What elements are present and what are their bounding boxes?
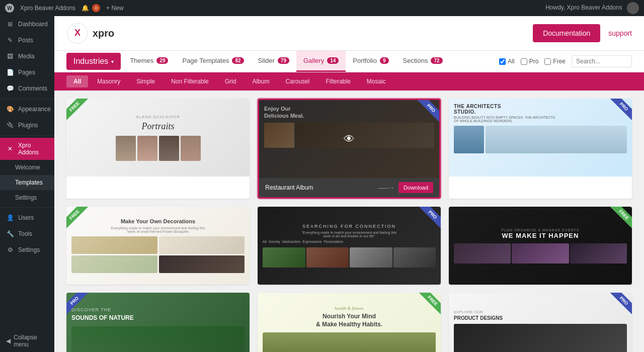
tab-slider[interactable]: Slider 79 bbox=[251, 51, 296, 72]
eye-icon-product: 👁 bbox=[535, 325, 546, 338]
sidebar-item-users[interactable]: 👤 Users bbox=[0, 210, 54, 226]
sidebar-item-dashboard[interactable]: ⊞ Dashboard bbox=[0, 16, 54, 32]
tab-sections-badge: 72 bbox=[431, 57, 442, 64]
eye-icon-connection: 👁 bbox=[344, 239, 355, 252]
main-layout: ⊞ Dashboard ✎ Posts 🖼 Media 📄 Pages 💬 Co… bbox=[0, 16, 644, 352]
download-button-restaurant[interactable]: Download bbox=[398, 182, 433, 193]
sidebar-item-welcome[interactable]: Welcome bbox=[0, 160, 54, 175]
sidebar-label-tools: Tools bbox=[18, 230, 32, 237]
notifications-item[interactable]: 🔔 0 bbox=[82, 4, 100, 12]
filter-bar: All Masonry Simple Non Filterable Grid A… bbox=[54, 72, 644, 91]
sidebar-label-xpro: Xpro Addons bbox=[18, 142, 48, 156]
notif-count: 0 bbox=[92, 4, 100, 12]
tab-sections[interactable]: Sections 72 bbox=[396, 51, 450, 72]
support-button[interactable]: support bbox=[608, 29, 632, 37]
sidebar-item-tools[interactable]: 🔧 Tools bbox=[0, 226, 54, 242]
admin-bar: W Xpro Beaver Addons 🔔 0 + New Howdy, Xp… bbox=[0, 0, 644, 16]
badge-free-portrait: FREE bbox=[66, 99, 88, 120]
gallery-card-sounds[interactable]: PRO DISCOVER THE SOUNDS OF NATURE 👁 bbox=[66, 293, 250, 352]
eye-icon-events: 👁 bbox=[535, 239, 546, 252]
filter-album[interactable]: Album bbox=[245, 75, 276, 87]
sidebar-label-settings: Settings bbox=[18, 246, 40, 253]
site-name-item[interactable]: Xpro Beaver Addons bbox=[20, 5, 75, 12]
sidebar-item-pages[interactable]: 📄 Pages bbox=[0, 64, 54, 80]
checkbox-free-label[interactable]: Free bbox=[544, 58, 566, 65]
filter-carousel[interactable]: Carousel bbox=[278, 75, 316, 87]
checkbox-free-text: Free bbox=[553, 58, 566, 65]
sidebar-item-settings-sub[interactable]: Settings bbox=[0, 190, 54, 205]
checkbox-pro[interactable] bbox=[521, 58, 527, 65]
filter-all[interactable]: All bbox=[66, 75, 88, 87]
xpro-icon: ✕ bbox=[6, 145, 14, 153]
filter-non-filterable[interactable]: Non Filterable bbox=[164, 75, 216, 87]
search-input[interactable] bbox=[572, 55, 632, 67]
gallery-card-connection[interactable]: PRO SEARCHING FOR CONNECTION "Everything… bbox=[258, 207, 441, 285]
admin-bar-right: Howdy, Xpro Beaver Addons bbox=[545, 2, 639, 14]
documentation-button[interactable]: Documentation bbox=[533, 24, 600, 42]
sidebar-item-settings[interactable]: ⚙ Settings bbox=[0, 242, 54, 258]
eye-icon-restaurant: 👁 bbox=[344, 133, 355, 146]
badge-ribbon-pro-connection: PRO bbox=[413, 207, 441, 235]
tab-slider-label: Slider bbox=[258, 57, 275, 64]
collapse-arrow-icon: ◀ bbox=[6, 337, 11, 344]
tab-portfolio[interactable]: Portfolio 9 bbox=[346, 51, 395, 72]
tab-industries-label: Industries bbox=[73, 57, 108, 66]
appearance-icon: 🎨 bbox=[6, 105, 14, 113]
sidebar-label-media: Media bbox=[18, 53, 35, 60]
tab-themes-badge: 29 bbox=[156, 57, 168, 64]
sidebar-item-xpro[interactable]: ✕ Xpro Addons bbox=[0, 138, 54, 160]
sidebar-item-media[interactable]: 🖼 Media bbox=[0, 48, 54, 64]
tab-gallery[interactable]: Gallery 14 bbox=[296, 51, 346, 72]
media-icon: 🖼 bbox=[6, 52, 14, 60]
collapse-label: Collapse menu bbox=[14, 334, 48, 348]
collapse-menu[interactable]: ◀ Collapse menu bbox=[0, 330, 54, 352]
chevron-down-icon: ▾ bbox=[111, 59, 114, 64]
filter-masonry[interactable]: Masonry bbox=[90, 75, 127, 87]
tab-page-templates-badge: 82 bbox=[232, 57, 244, 64]
sidebar-label-templates: Templates bbox=[6, 179, 43, 186]
gallery-card-architects[interactable]: PRO THE ARCHITECTSSTUDIO. BUILDING BEAUT… bbox=[449, 99, 632, 199]
tab-portfolio-badge: 9 bbox=[380, 57, 389, 64]
wp-logo: W bbox=[5, 4, 14, 13]
filter-grid[interactable]: Grid bbox=[218, 75, 244, 87]
bell-icon: 🔔 bbox=[82, 5, 89, 12]
plugins-icon: 🔌 bbox=[6, 121, 14, 129]
gallery-card-product[interactable]: PRO EXPLORE OUR PRODUCT DESIGNS 👁 bbox=[449, 293, 632, 352]
filter-mosaic[interactable]: Mosaic bbox=[360, 75, 393, 87]
sidebar-item-comments[interactable]: 💬 Comments bbox=[0, 80, 54, 97]
avatar bbox=[627, 2, 639, 14]
filter-simple[interactable]: Simple bbox=[129, 75, 162, 87]
sidebar-item-posts[interactable]: ✎ Posts bbox=[0, 32, 54, 48]
sidebar-divider-1 bbox=[0, 99, 54, 99]
gallery-card-restaurant[interactable]: PRO Enjoy OurDelicious Meal. 👁 bbox=[258, 99, 441, 199]
checkbox-all-label[interactable]: All bbox=[499, 58, 514, 65]
tab-themes[interactable]: Themes 29 bbox=[123, 51, 175, 72]
filter-filterable[interactable]: Filterable bbox=[318, 75, 357, 87]
checkbox-pro-label[interactable]: Pro bbox=[521, 58, 539, 65]
posts-icon: ✎ bbox=[6, 36, 14, 44]
gallery-card-events[interactable]: FREE PLAN ORGANIZE & MANAGE EVENTS WE MA… bbox=[449, 207, 632, 285]
howdy-text: Howdy, Xpro Beaver Addons bbox=[545, 4, 622, 11]
sidebar-item-appearance[interactable]: 🎨 Appearance bbox=[0, 101, 54, 117]
card-name-restaurant: Restaurant Album bbox=[265, 184, 313, 191]
wp-logo-item[interactable]: W bbox=[5, 4, 14, 13]
gallery-card-portrait[interactable]: FREE ALANA SCHLEIFER Portraits bbox=[66, 99, 250, 199]
gallery-grid: FREE ALANA SCHLEIFER Portraits bbox=[66, 99, 632, 352]
header-actions: Documentation support bbox=[533, 24, 632, 42]
sidebar-item-plugins[interactable]: 🔌 Plugins bbox=[0, 117, 54, 133]
sidebar-label-dashboard: Dashboard bbox=[18, 21, 48, 28]
sidebar-item-templates[interactable]: Templates bbox=[0, 175, 54, 190]
gallery-card-decorations[interactable]: FREE Make Your Own Decorations Everythin… bbox=[66, 207, 250, 285]
sidebar-label-posts: Posts bbox=[18, 37, 33, 44]
tab-industries[interactable]: Industries ▾ bbox=[66, 53, 121, 70]
new-item[interactable]: + New bbox=[106, 5, 123, 12]
sidebar-label-comments: Comments bbox=[18, 85, 47, 92]
checkbox-all[interactable] bbox=[499, 58, 506, 65]
sidebar: ⊞ Dashboard ✎ Posts 🖼 Media 📄 Pages 💬 Co… bbox=[0, 16, 54, 352]
checkbox-free[interactable] bbox=[544, 58, 551, 65]
tab-page-templates[interactable]: Page Templates 82 bbox=[175, 51, 251, 72]
eye-icon-portrait: 👁 bbox=[152, 131, 164, 144]
content-area: X xpro Documentation support Industries … bbox=[54, 16, 644, 352]
gallery-card-health[interactable]: FREE health & fitness Nourish Your Mind&… bbox=[258, 293, 441, 352]
badge-pro-product: PRO bbox=[610, 293, 632, 314]
